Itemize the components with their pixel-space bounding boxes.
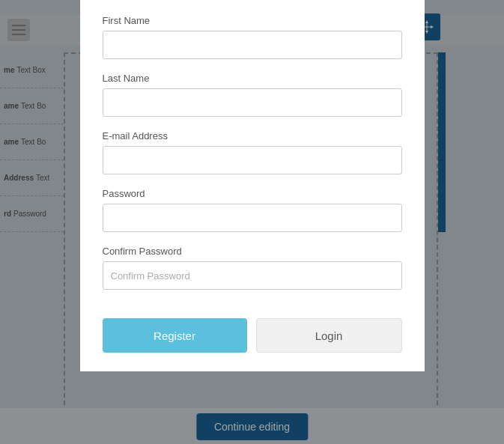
modal-form-area[interactable]: First Name Last Name E-mail Address Pass… — [80, 0, 425, 318]
email-group: E-mail Address — [103, 130, 402, 174]
email-input[interactable] — [103, 146, 402, 174]
last-name-label: Last Name — [103, 73, 402, 84]
confirm-password-group: Confirm Password — [103, 246, 402, 290]
first-name-group: First Name — [103, 15, 402, 59]
modal-dialog: First Name Last Name E-mail Address Pass… — [80, 0, 425, 371]
password-input[interactable] — [103, 204, 402, 232]
modal-overlay: First Name Last Name E-mail Address Pass… — [0, 0, 504, 444]
confirm-password-label: Confirm Password — [103, 246, 402, 257]
modal-buttons: Register Login — [80, 318, 425, 371]
last-name-input[interactable] — [103, 88, 402, 117]
register-button[interactable]: Register — [103, 318, 247, 353]
first-name-input[interactable] — [103, 31, 402, 59]
login-button[interactable]: Login — [256, 318, 402, 353]
password-label: Password — [103, 188, 402, 199]
first-name-label: First Name — [103, 15, 402, 26]
confirm-password-input[interactable] — [103, 261, 402, 290]
email-label: E-mail Address — [103, 130, 402, 142]
password-group: Password — [103, 188, 402, 232]
last-name-group: Last Name — [103, 73, 402, 117]
